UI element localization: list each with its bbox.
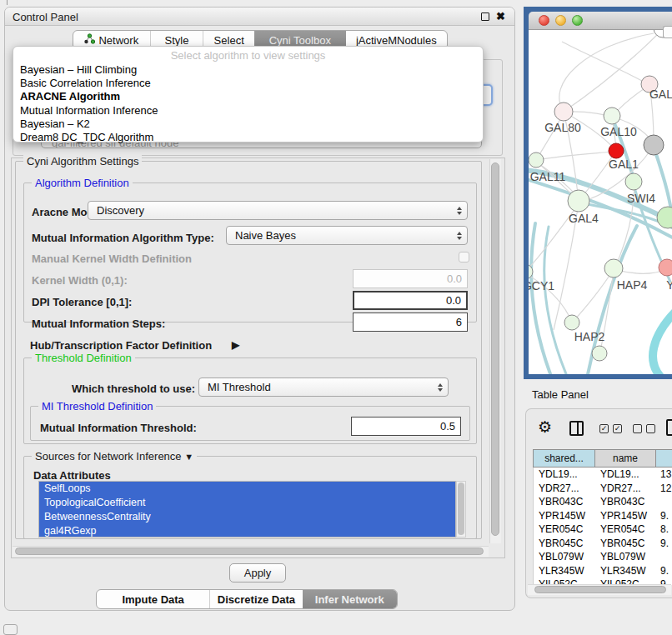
- table-row[interactable]: YBL079WYBL079W: [534, 550, 672, 564]
- table-cell: YBR045C: [595, 537, 656, 551]
- aracne-mode-combo[interactable]: Discovery: [88, 201, 468, 220]
- columns-icon[interactable]: [569, 421, 584, 436]
- mi-algorithm-type-value: Naive Bayes: [235, 229, 296, 242]
- network-icon: [84, 33, 95, 47]
- network-node-hap4[interactable]: [604, 259, 623, 278]
- checked-box-icon[interactable]: ✓: [599, 424, 609, 433]
- bottom-tab-impute-data[interactable]: Impute Data: [97, 590, 209, 608]
- network-node-hap2[interactable]: [564, 315, 579, 330]
- table-cell: YER054C: [595, 522, 656, 537]
- network-node-gal4[interactable]: [568, 190, 589, 212]
- attribute-item-betweennesscentrality[interactable]: BetweennessCentrality: [39, 510, 455, 524]
- data-attributes-list[interactable]: SelfLoopsTopologicalCoefficientBetweenne…: [38, 481, 456, 538]
- bottom-tab-infer-network[interactable]: Infer Network: [303, 590, 397, 608]
- table-cell: YBL079W: [534, 550, 595, 564]
- table-cell: YBR043C: [595, 495, 656, 509]
- attribute-item-topologicalcoefficient[interactable]: TopologicalCoefficient: [39, 496, 455, 510]
- document-icon[interactable]: [666, 419, 672, 436]
- algorithm-option-dream8-dc-tdc-algorithm[interactable]: Dream8 DC_TDC Algorithm: [18, 131, 479, 144]
- mi-threshold-field[interactable]: 0.5: [351, 417, 461, 436]
- settings-horizontal-scrollbar-thumb[interactable]: [15, 548, 484, 555]
- table-cell: YER054C: [534, 522, 595, 537]
- network-node[interactable]: [644, 135, 664, 155]
- network-node[interactable]: [657, 207, 672, 228]
- table-cell: YDR27...: [534, 482, 595, 496]
- combo-spinner-icon: [457, 207, 462, 215]
- network-node-label: HAP4: [617, 278, 648, 292]
- kernel-width-label: Kernel Width (0,1):: [32, 274, 128, 287]
- network-node[interactable]: [592, 346, 607, 361]
- mac-zoom-button[interactable]: [572, 15, 583, 26]
- table-cell: 8.: [656, 522, 672, 537]
- network-node-gal11[interactable]: [529, 152, 544, 168]
- bottom-tab-label: Discretize Data: [218, 593, 295, 606]
- table-row[interactable]: YDR27...YDR27...12: [534, 482, 672, 496]
- which-threshold-combo[interactable]: MI Threshold: [198, 378, 449, 397]
- network-node-label: SWI4: [627, 192, 655, 205]
- algorithm-option-bayesian-hill-climbing[interactable]: Bayesian – Hill Climbing: [18, 63, 479, 77]
- mi-steps-label: Mutual Information Steps:: [32, 318, 165, 330]
- tab-label: Style: [165, 34, 189, 47]
- table-cell: YDR27...: [595, 482, 656, 496]
- column-header-a[interactable]: A: [655, 449, 672, 468]
- close-icon[interactable]: ✖: [496, 10, 505, 22]
- mi-steps-field[interactable]: 6: [353, 312, 468, 332]
- table-row[interactable]: YPR145WYPR145W9.: [534, 509, 672, 523]
- mi-algorithm-type-combo[interactable]: Naive Bayes: [226, 226, 468, 245]
- mac-close-button[interactable]: [539, 15, 549, 26]
- network-node-y[interactable]: [659, 259, 672, 276]
- expand-arrow-icon[interactable]: ▶: [232, 339, 239, 351]
- network-canvas[interactable]: GALGAL80GAL10GAL1GAL11SWI4GAL4GCY1HAP4YH…: [529, 30, 672, 374]
- table-cell: YBL079W: [595, 550, 656, 564]
- column-header-name[interactable]: name: [594, 449, 655, 468]
- table-row[interactable]: YDL19...YDL19...13: [534, 468, 672, 482]
- algorithm-option-aracne-algorithm[interactable]: ARACNE Algorithm: [18, 90, 479, 103]
- table-cell: YPR145W: [595, 509, 656, 523]
- network-graph[interactable]: GALGAL80GAL10GAL1GAL11SWI4GAL4GCY1HAP4YH…: [529, 30, 672, 374]
- table-row[interactable]: YBR043CYBR043C: [534, 495, 672, 509]
- collapse-arrow-icon[interactable]: ▼: [184, 452, 193, 462]
- column-header-shared-[interactable]: shared...: [533, 449, 594, 468]
- kernel-width-field[interactable]: 0.0: [353, 269, 468, 288]
- network-node-gal1[interactable]: [609, 143, 624, 158]
- network-node-swi4[interactable]: [625, 173, 642, 190]
- dpi-tolerance-field[interactable]: 0.0: [353, 291, 468, 310]
- table-panel-header: Table Panel: [524, 380, 672, 408]
- sources-title-text: Sources for Network Inference: [35, 450, 182, 462]
- table-horizontal-scrollbar-thumb[interactable]: [534, 586, 666, 593]
- algorithm-definition-title: Algorithm Definition: [32, 177, 133, 189]
- table-cell: 9.: [656, 509, 672, 523]
- cyni-settings-group-title: Cyni Algorithm Settings: [23, 155, 142, 168]
- attributes-list-scrollbar-thumb[interactable]: [458, 482, 464, 535]
- algorithm-dropdown-items: Bayesian – Hill ClimbingBasic Correlatio…: [18, 63, 479, 144]
- network-node-label: HAP2: [574, 330, 605, 343]
- table-row[interactable]: YBR045CYBR045C9.: [534, 537, 672, 551]
- algorithm-option-bayesian-k2[interactable]: Bayesian – K2: [18, 118, 479, 131]
- algorithm-option-basic-correlation-inference[interactable]: Basic Correlation Inference: [18, 77, 479, 90]
- network-node-gal10[interactable]: [604, 108, 620, 124]
- network-node-gal80[interactable]: [554, 102, 573, 121]
- attribute-item-selfloops[interactable]: SelfLoops: [39, 482, 455, 496]
- hub-definition-label[interactable]: Hub/Transcription Factor Definition: [30, 339, 212, 352]
- settings-vertical-scrollbar-thumb[interactable]: [491, 162, 499, 536]
- mac-minimize-button[interactable]: [555, 15, 566, 26]
- tab-label: Select: [214, 34, 244, 47]
- table-cell: [656, 550, 672, 564]
- table-panel: ⚙ ✓ ✓ shared...nameA YDL19...YDL19...13Y…: [525, 408, 672, 598]
- float-window-icon[interactable]: [481, 12, 489, 21]
- manual-kernel-width-checkbox[interactable]: [459, 252, 469, 262]
- checked-box-icon[interactable]: ✓: [613, 424, 622, 433]
- sources-group-title: Sources for Network Inference ▼: [32, 450, 197, 462]
- gear-icon[interactable]: ⚙: [538, 418, 552, 436]
- apply-button[interactable]: Apply: [229, 563, 286, 582]
- unchecked-box-icon[interactable]: [646, 424, 655, 433]
- unchecked-box-icon[interactable]: [633, 424, 642, 433]
- network-node-label: Y: [666, 278, 672, 292]
- attribute-item-gal4rgexp[interactable]: gal4RGexp: [39, 524, 455, 538]
- bottom-tab-discretize-data[interactable]: Discretize Data: [209, 590, 302, 608]
- table-row[interactable]: YER054CYER054C8.: [534, 522, 672, 537]
- network-view-window: GALGAL80GAL10GAL1GAL11SWI4GAL4GCY1HAP4YH…: [524, 7, 672, 379]
- minimized-panel-fragment[interactable]: [3, 624, 18, 635]
- algorithm-option-mutual-information-inference[interactable]: Mutual Information Inference: [18, 104, 479, 118]
- table-row[interactable]: YLR345WYLR345W9.: [534, 564, 672, 578]
